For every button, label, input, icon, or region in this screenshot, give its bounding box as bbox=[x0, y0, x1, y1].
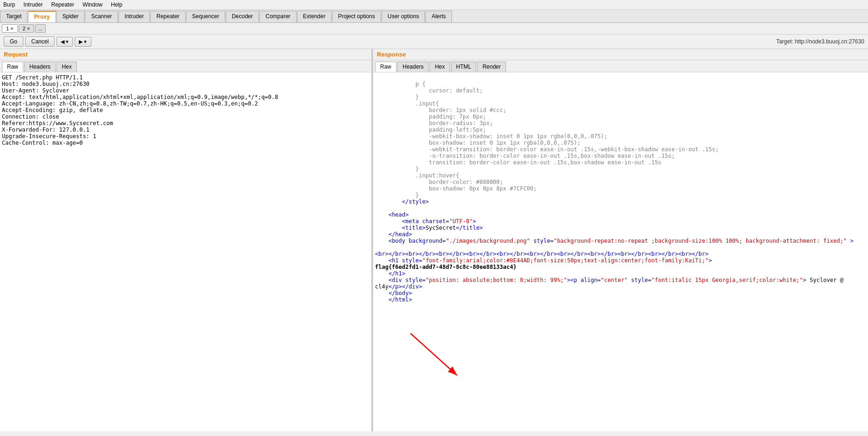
request-inner-tabs: Raw Headers Hex bbox=[0, 60, 371, 72]
target-label: Target: http://node3.buuoj.cn:27630 bbox=[776, 38, 864, 45]
request-panel: Request Raw Headers Hex GET /Secret.php … bbox=[0, 49, 373, 431]
tab-user-options[interactable]: User options bbox=[382, 11, 425, 22]
menu-bar: Burp Intruder Repeater Window Help bbox=[0, 0, 868, 10]
response-inner-tabs: Raw Headers Hex HTML Render bbox=[373, 60, 868, 72]
tab-alerts[interactable]: Alerts bbox=[425, 11, 452, 22]
cancel-button[interactable]: Cancel bbox=[25, 36, 55, 47]
tab-repeater[interactable]: Repeater bbox=[150, 11, 185, 22]
response-tab-raw[interactable]: Raw bbox=[375, 62, 396, 72]
tab-intruder[interactable]: Intruder bbox=[118, 11, 150, 22]
svg-line-1 bbox=[410, 333, 457, 375]
req-tab-more[interactable]: ... bbox=[35, 24, 46, 33]
response-content[interactable]: p { cursor: default; } .input{ border: 1… bbox=[373, 72, 868, 431]
tab-decoder[interactable]: Decoder bbox=[226, 11, 259, 22]
menu-repeater[interactable]: Repeater bbox=[50, 1, 76, 8]
response-tab-html[interactable]: HTML bbox=[451, 62, 477, 72]
toolbar: Go Cancel ◀ ▾ ▶ ▾ Target: http://node3.b… bbox=[0, 35, 868, 49]
tab-comparer[interactable]: Comparer bbox=[259, 11, 296, 22]
req-tab-1[interactable]: 1 × bbox=[2, 24, 18, 33]
menu-help[interactable]: Help bbox=[110, 1, 124, 8]
menu-burp[interactable]: Burp bbox=[2, 1, 16, 8]
tab-target[interactable]: Target bbox=[0, 11, 28, 22]
request-tab-raw[interactable]: Raw bbox=[2, 62, 23, 72]
response-panel: Response Raw Headers Hex HTML Render p {… bbox=[373, 49, 868, 431]
response-tab-headers[interactable]: Headers bbox=[397, 62, 429, 72]
tab-extender[interactable]: Extender bbox=[297, 11, 332, 22]
tab-sequencer[interactable]: Sequencer bbox=[186, 11, 225, 22]
response-tab-render[interactable]: Render bbox=[477, 62, 506, 72]
response-title: Response bbox=[373, 49, 868, 60]
menu-window[interactable]: Window bbox=[81, 1, 104, 8]
main-tab-bar: Target Proxy Spider Scanner Intruder Rep… bbox=[0, 10, 868, 23]
tab-scanner[interactable]: Scanner bbox=[85, 11, 118, 22]
request-tab-hex[interactable]: Hex bbox=[56, 62, 76, 72]
tab-project-options[interactable]: Project options bbox=[332, 11, 381, 22]
arrow-annotation bbox=[382, 329, 476, 385]
next-button[interactable]: ▶ ▾ bbox=[75, 37, 91, 47]
req-tab-2[interactable]: 2 × bbox=[19, 24, 35, 33]
tab-spider[interactable]: Spider bbox=[56, 11, 85, 22]
tab-proxy[interactable]: Proxy bbox=[28, 11, 56, 22]
response-tab-hex[interactable]: Hex bbox=[430, 62, 450, 72]
prev-button[interactable]: ◀ ▾ bbox=[56, 37, 73, 47]
request-title: Request bbox=[0, 49, 371, 60]
request-tabs-bar: 1 × 2 × ... bbox=[0, 23, 868, 35]
request-tab-headers[interactable]: Headers bbox=[24, 62, 56, 72]
go-button[interactable]: Go bbox=[4, 36, 23, 47]
menu-intruder[interactable]: Intruder bbox=[22, 1, 44, 8]
request-content[interactable]: GET /Secret.php HTTP/1.1 Host: node3.buu… bbox=[0, 72, 371, 431]
main-area: Request Raw Headers Hex GET /Secret.php … bbox=[0, 49, 868, 431]
